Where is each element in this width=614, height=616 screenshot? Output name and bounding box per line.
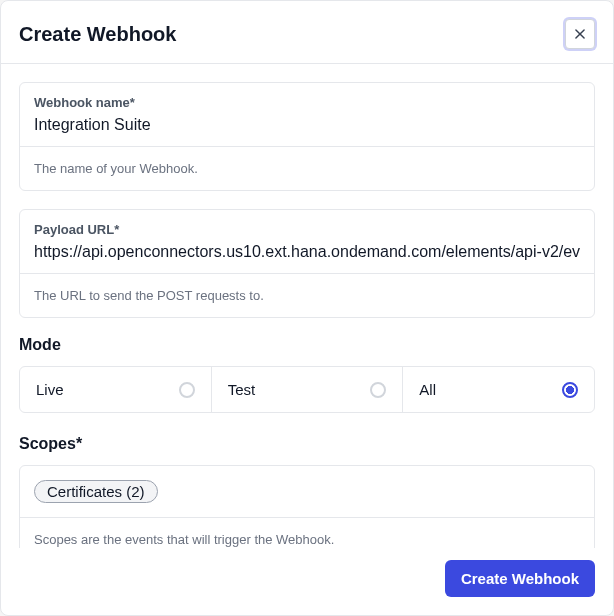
create-webhook-modal: Create Webhook Webhook name* The name of… [0, 0, 614, 616]
scopes-main: Certificates (2) [20, 466, 594, 517]
scopes-title: Scopes* [19, 435, 595, 453]
mode-option-label: All [419, 381, 436, 398]
radio-icon-selected [562, 382, 578, 398]
close-icon [573, 27, 587, 41]
mode-title: Mode [19, 336, 595, 354]
webhook-name-input[interactable] [34, 114, 580, 136]
payload-url-group: Payload URL* The URL to send the POST re… [19, 209, 595, 318]
payload-url-hint: The URL to send the POST requests to. [20, 273, 594, 317]
webhook-name-hint: The name of your Webhook. [20, 146, 594, 190]
mode-option-label: Test [228, 381, 256, 398]
modal-body: Webhook name* The name of your Webhook. … [1, 64, 613, 548]
webhook-name-label: Webhook name* [34, 95, 580, 110]
webhook-name-group: Webhook name* The name of your Webhook. [19, 82, 595, 191]
modal-title: Create Webhook [19, 23, 176, 46]
scope-chip-certificates[interactable]: Certificates (2) [34, 480, 158, 503]
mode-option-all[interactable]: All [402, 367, 594, 412]
payload-url-main: Payload URL* [20, 210, 594, 273]
modal-header: Create Webhook [1, 1, 613, 64]
payload-url-label: Payload URL* [34, 222, 580, 237]
modal-footer: Create Webhook [1, 548, 613, 615]
mode-options: Live Test All [19, 366, 595, 413]
scopes-group: Certificates (2) Scopes are the events t… [19, 465, 595, 548]
radio-icon [370, 382, 386, 398]
mode-option-test[interactable]: Test [211, 367, 403, 412]
create-webhook-button[interactable]: Create Webhook [445, 560, 595, 597]
mode-option-live[interactable]: Live [20, 367, 211, 412]
close-button[interactable] [565, 19, 595, 49]
payload-url-input[interactable] [34, 241, 580, 263]
radio-icon [179, 382, 195, 398]
mode-option-label: Live [36, 381, 64, 398]
webhook-name-main: Webhook name* [20, 83, 594, 146]
scopes-hint: Scopes are the events that will trigger … [20, 517, 594, 548]
